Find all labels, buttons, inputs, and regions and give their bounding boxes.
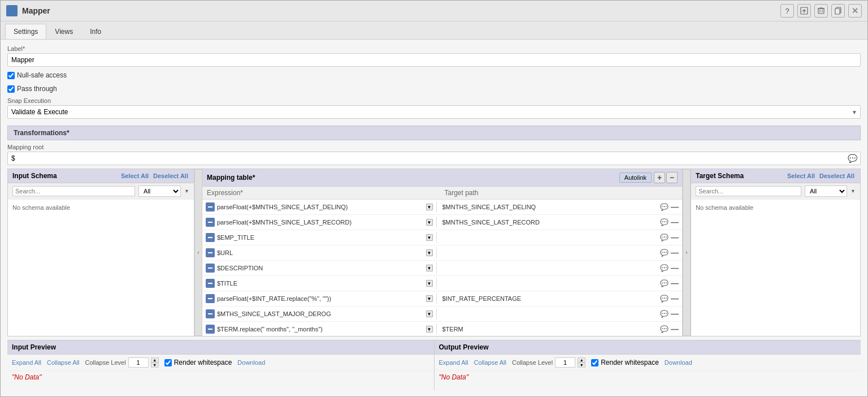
row-remove-icon[interactable]: —	[671, 294, 679, 303]
delete-button[interactable]	[814, 4, 828, 18]
input-preview-content: "No Data"	[7, 371, 434, 391]
mapping-row: $EMP_TITLE ▼ 💬 —	[202, 230, 682, 245]
mapping-row: parseFloat(+$MNTHS_SINCE_LAST_DELINQ) ▼ …	[202, 200, 682, 215]
target-schema-header: Target Schema Select All Deselect All	[691, 169, 860, 183]
target-schema-search[interactable]	[696, 186, 801, 196]
autolink-button[interactable]: Autolink	[619, 172, 652, 183]
row-target-cell: $MNTHS_SINCE_LAST_DELINQ	[440, 204, 658, 210]
tab-settings[interactable]: Settings	[5, 24, 46, 39]
tab-views[interactable]: Views	[46, 24, 81, 39]
window-title: Mapper	[22, 6, 776, 15]
input-download-btn[interactable]: Download	[237, 359, 265, 366]
remove-mapping-btn[interactable]: −	[666, 172, 678, 183]
title-actions: ? ✕	[780, 4, 862, 18]
output-render-ws-checkbox[interactable]	[591, 359, 598, 366]
input-no-schema: No schema available	[8, 200, 194, 215]
output-preview-content: "No Data"	[435, 371, 861, 391]
snap-execution-select-wrapper: Validate & Execute Execute Only Validate…	[7, 105, 861, 119]
input-collapse-down-btn[interactable]: ▼	[151, 363, 159, 368]
help-button[interactable]: ?	[780, 4, 794, 18]
input-collapse-all-btn[interactable]: Collapse All	[47, 359, 79, 366]
input-expand-all-btn[interactable]: Expand All	[12, 359, 41, 366]
input-schema-actions: Select All Deselect All	[120, 172, 189, 179]
input-collapse-up-btn[interactable]: ▲	[151, 357, 159, 363]
copy-button[interactable]	[831, 4, 845, 18]
row-remove-icon[interactable]: —	[671, 325, 679, 334]
input-schema-filter[interactable]: All Required Optional	[138, 185, 181, 197]
app-icon	[6, 5, 18, 16]
input-select-all-btn[interactable]: Select All	[120, 172, 150, 179]
row-comment-icon[interactable]: 💬	[660, 279, 669, 287]
row-expression-dropdown[interactable]: ▼	[426, 280, 433, 287]
row-target-cell: $TERM	[440, 326, 658, 333]
row-comment-icon[interactable]: 💬	[660, 249, 669, 257]
pass-through-checkbox[interactable]	[7, 85, 15, 93]
snap-execution-select[interactable]: Validate & Execute Execute Only Validate…	[7, 105, 861, 119]
row-expression-cell: parseFloat(+$INT_RATE.replace("%", "")) …	[217, 295, 433, 302]
row-comment-icon[interactable]: 💬	[660, 325, 669, 333]
row-comment-icon[interactable]: 💬	[660, 234, 669, 241]
output-collapse-level-input[interactable]	[555, 357, 575, 368]
row-expression-dropdown[interactable]: ▼	[426, 234, 433, 241]
row-target-cell: $MNTHS_SINCE_LAST_RECORD	[440, 219, 658, 226]
output-preview-toolbar: Expand All Collapse All Collapse Level ▲…	[435, 355, 861, 371]
output-collapse-stepper: ▲ ▼	[578, 357, 585, 368]
row-expression-dropdown[interactable]: ▼	[426, 219, 433, 226]
row-comment-icon[interactable]: 💬	[660, 218, 669, 226]
target-schema-title: Target Schema	[696, 172, 744, 180]
target-schema-filter[interactable]: All Required Optional	[805, 185, 847, 197]
row-divider	[436, 201, 437, 213]
row-remove-icon[interactable]: —	[671, 279, 679, 288]
panel-toggle-right[interactable]: ›	[683, 169, 691, 336]
row-remove-icon[interactable]: —	[671, 309, 679, 318]
null-safe-checkbox[interactable]	[7, 72, 15, 79]
mapping-row: parseFloat(+$MNTHS_SINCE_LAST_RECORD) ▼ …	[202, 215, 682, 230]
row-comment-icon[interactable]: 💬	[660, 264, 669, 272]
input-preview-toolbar: Expand All Collapse All Collapse Level ▲…	[7, 355, 434, 371]
row-expression-dropdown[interactable]: ▼	[426, 204, 433, 210]
row-expression-dropdown[interactable]: ▼	[426, 295, 433, 302]
tab-info[interactable]: Info	[81, 24, 110, 39]
row-remove-icon[interactable]: —	[671, 218, 679, 227]
output-collapse-down-btn[interactable]: ▼	[578, 363, 585, 368]
output-download-btn[interactable]: Download	[665, 359, 692, 366]
add-mapping-btn[interactable]: +	[654, 172, 665, 183]
row-comment-icon[interactable]: 💬	[660, 310, 669, 318]
target-col-header: Target path	[440, 189, 678, 197]
row-expression-dropdown[interactable]: ▼	[426, 310, 433, 317]
input-render-ws-checkbox[interactable]	[164, 359, 172, 366]
row-remove-icon[interactable]: —	[671, 248, 679, 257]
target-select-all-btn[interactable]: Select All	[786, 172, 816, 179]
export-button[interactable]	[797, 4, 811, 18]
target-deselect-all-btn[interactable]: Deselect All	[818, 172, 856, 179]
input-schema-header: Input Schema Select All Deselect All	[8, 169, 194, 183]
row-divider	[436, 278, 437, 289]
row-divider	[436, 323, 437, 335]
target-schema-filter-arrow: ▼	[850, 188, 856, 194]
output-expand-all-btn[interactable]: Expand All	[439, 359, 468, 366]
label-input[interactable]	[7, 53, 861, 67]
row-remove-icon[interactable]: —	[671, 202, 679, 212]
output-collapse-up-btn[interactable]: ▲	[578, 357, 585, 363]
input-deselect-all-btn[interactable]: Deselect All	[152, 172, 189, 179]
mapping-cols-header: Expression* Target path	[202, 187, 682, 200]
input-collapse-level-input[interactable]	[128, 357, 149, 368]
row-expression-dropdown[interactable]: ▼	[426, 265, 433, 271]
row-comment-icon[interactable]: 💬	[660, 295, 669, 303]
label-field-label: Label*	[7, 45, 861, 52]
row-comment-icon[interactable]: 💬	[660, 203, 669, 211]
output-collapse-all-btn[interactable]: Collapse All	[474, 359, 506, 366]
row-expression-dropdown[interactable]: ▼	[426, 249, 433, 256]
settings-content: Label* Null-safe access Pass through Sna…	[1, 40, 867, 396]
close-button[interactable]: ✕	[848, 4, 862, 18]
mapping-root-input[interactable]	[7, 152, 861, 165]
input-collapse-stepper: ▲ ▼	[151, 357, 159, 368]
panel-toggle-left[interactable]: ‹	[194, 169, 202, 336]
row-remove-icon[interactable]: —	[671, 264, 679, 273]
row-remove-icon[interactable]: —	[671, 233, 679, 242]
input-schema-search[interactable]	[12, 186, 135, 196]
mapping-root-speech-icon: 💬	[848, 154, 857, 163]
row-expression-dropdown[interactable]: ▼	[426, 326, 433, 333]
row-type-icon	[206, 294, 215, 303]
snap-execution-label: Snap Execution	[7, 97, 861, 104]
